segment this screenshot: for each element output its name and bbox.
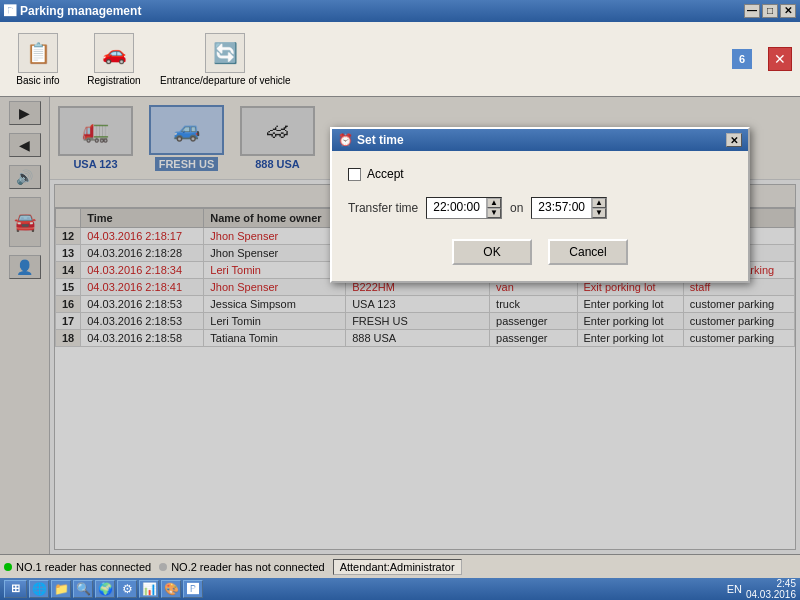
- app-icon: 🅿: [4, 4, 16, 18]
- title-bar-left: 🅿 Parking management: [4, 4, 141, 18]
- reader2-label: NO.2 reader has not connected: [171, 561, 324, 573]
- clock: 2:45 04.03.2016: [746, 578, 796, 600]
- clock-time: 2:45: [746, 578, 796, 589]
- start-button[interactable]: ⊞: [4, 580, 27, 598]
- basic-info-label: Basic info: [16, 75, 59, 86]
- taskbar-left: ⊞ 🌐 📁 🔍 🌍 ⚙ 📊 🎨 🅿: [4, 580, 203, 598]
- modal-buttons: OK Cancel: [348, 239, 732, 265]
- on-time-up[interactable]: ▲: [592, 198, 606, 208]
- tray-lang: EN: [727, 583, 742, 595]
- modal-title: Set time: [357, 133, 404, 147]
- reader1-status-icon: [4, 563, 12, 571]
- toolbar-entrance-departure[interactable]: 🔄 Entrance/departure of vehicle: [160, 33, 291, 86]
- on-time-input-wrapper: 23:57:00 ▲ ▼: [531, 197, 607, 219]
- status-bar: NO.1 reader has connected NO.2 reader ha…: [0, 554, 800, 578]
- ok-button[interactable]: OK: [452, 239, 532, 265]
- taskbar-chart-icon[interactable]: 📊: [139, 580, 159, 598]
- taskbar-app-icon[interactable]: 🅿: [183, 580, 203, 598]
- registration-icon: 🚗: [94, 33, 134, 73]
- modal-overlay: ⏰ Set time ✕ Accept Transfer time 22:00:…: [0, 97, 800, 554]
- maximize-button[interactable]: □: [762, 4, 778, 18]
- reader2-status-icon: [159, 563, 167, 571]
- reader1-label: NO.1 reader has connected: [16, 561, 151, 573]
- close-app-button[interactable]: ✕: [768, 47, 792, 71]
- transfer-time-label: Transfer time: [348, 201, 418, 215]
- set-time-modal: ⏰ Set time ✕ Accept Transfer time 22:00:…: [330, 127, 750, 283]
- toolbar-registration[interactable]: 🚗 Registration: [84, 33, 144, 86]
- modal-body: Accept Transfer time 22:00:00 ▲ ▼ on 23:…: [332, 151, 748, 281]
- toolbar: 📋 Basic info 🚗 Registration 🔄 Entrance/d…: [0, 22, 800, 97]
- attendant-status: Attendant:Administrator: [333, 559, 462, 575]
- notification-badge: 6: [732, 49, 752, 69]
- reader1-status: NO.1 reader has connected: [4, 561, 151, 573]
- taskbar-chrome-icon[interactable]: 🌍: [95, 580, 115, 598]
- on-label: on: [510, 201, 523, 215]
- transfer-time-input-wrapper: 22:00:00 ▲ ▼: [426, 197, 502, 219]
- modal-title-bar: ⏰ Set time ✕: [332, 129, 748, 151]
- cancel-button[interactable]: Cancel: [548, 239, 628, 265]
- reader2-status: NO.2 reader has not connected: [159, 561, 324, 573]
- modal-title-left: ⏰ Set time: [338, 133, 404, 147]
- taskbar: ⊞ 🌐 📁 🔍 🌍 ⚙ 📊 🎨 🅿 EN 2:45 04.03.2016: [0, 578, 800, 600]
- toolbar-basic-info[interactable]: 📋 Basic info: [8, 33, 68, 86]
- transfer-time-spinner: ▲ ▼: [486, 198, 501, 218]
- modal-icon: ⏰: [338, 133, 353, 147]
- on-time-spinner: ▲ ▼: [591, 198, 606, 218]
- transfer-time-up[interactable]: ▲: [487, 198, 501, 208]
- minimize-button[interactable]: —: [744, 4, 760, 18]
- entrance-departure-label: Entrance/departure of vehicle: [160, 75, 291, 86]
- taskbar-search-icon[interactable]: 🔍: [73, 580, 93, 598]
- accept-row: Accept: [348, 167, 732, 181]
- basic-info-icon: 📋: [18, 33, 58, 73]
- accept-checkbox[interactable]: [348, 168, 361, 181]
- title-bar: 🅿 Parking management — □ ✕: [0, 0, 800, 22]
- app-title: Parking management: [20, 4, 141, 18]
- on-time-value[interactable]: 23:57:00: [532, 198, 591, 218]
- transfer-time-down[interactable]: ▼: [487, 208, 501, 218]
- taskbar-right: EN 2:45 04.03.2016: [727, 578, 796, 600]
- taskbar-ie-icon[interactable]: 🌐: [29, 580, 49, 598]
- transfer-time-value[interactable]: 22:00:00: [427, 198, 486, 218]
- taskbar-settings-icon[interactable]: ⚙: [117, 580, 137, 598]
- registration-label: Registration: [87, 75, 140, 86]
- main-area: ▶ ◀ 🔊 🚘 👤 🚛 USA 123 🚙 FRESH US 🏎 888 USA…: [0, 97, 800, 554]
- time-row: Transfer time 22:00:00 ▲ ▼ on 23:57:00 ▲: [348, 197, 732, 219]
- attendant-label: Attendant:Administrator: [340, 561, 455, 573]
- taskbar-paint-icon[interactable]: 🎨: [161, 580, 181, 598]
- close-button[interactable]: ✕: [780, 4, 796, 18]
- entrance-departure-icon: 🔄: [205, 33, 245, 73]
- modal-close-button[interactable]: ✕: [726, 133, 742, 147]
- title-bar-controls: — □ ✕: [744, 4, 796, 18]
- clock-date: 04.03.2016: [746, 589, 796, 600]
- taskbar-folder-icon[interactable]: 📁: [51, 580, 71, 598]
- on-time-down[interactable]: ▼: [592, 208, 606, 218]
- accept-label: Accept: [367, 167, 404, 181]
